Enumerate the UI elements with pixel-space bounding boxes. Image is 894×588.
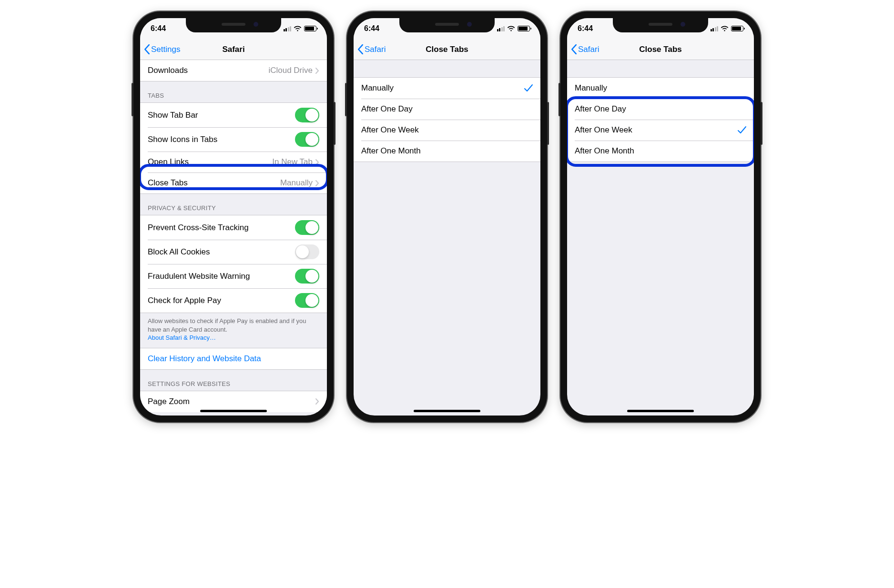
close-tabs-row[interactable]: Close Tabs Manually: [140, 172, 327, 193]
nav-title: Close Tabs: [639, 45, 681, 54]
option-label: After One Day: [361, 104, 533, 114]
option-after-one-day[interactable]: After One Day: [567, 99, 754, 120]
option-label: Manually: [575, 83, 746, 93]
back-button[interactable]: Safari: [571, 44, 599, 54]
back-label: Safari: [365, 45, 386, 54]
chevron-right-icon: [315, 398, 319, 405]
option-label: After One Week: [361, 125, 533, 135]
status-time: 6:44: [364, 24, 379, 33]
apple-pay-label: Check for Apple Pay: [148, 296, 295, 305]
fraud-warning-row[interactable]: Fraudulent Website Warning: [140, 264, 327, 288]
navigation-bar: Safari Close Tabs: [354, 39, 540, 60]
option-label: After One Month: [575, 146, 746, 156]
option-after-one-month[interactable]: After One Month: [567, 141, 754, 162]
nav-title: Safari: [222, 45, 244, 54]
open-links-row[interactable]: Open Links In New Tab: [140, 152, 327, 172]
close-tabs-label: Close Tabs: [148, 178, 280, 188]
downloads-row[interactable]: Downloads iCloud Drive: [140, 60, 327, 81]
show-tab-bar-row[interactable]: Show Tab Bar: [140, 103, 327, 127]
chevron-right-icon: [315, 68, 319, 74]
checkmark-icon: [524, 84, 533, 92]
fraud-warning-label: Fraudulent Website Warning: [148, 272, 295, 281]
privacy-section-header: PRIVACY & SECURITY: [140, 194, 327, 215]
status-time: 6:44: [151, 24, 166, 33]
phone-frame-3: 6:44 Safari Close Tabs Manually After On…: [560, 11, 761, 422]
navigation-bar: Safari Close Tabs: [567, 39, 754, 60]
navigation-bar: Settings Safari: [140, 39, 327, 60]
wifi-icon: [721, 26, 729, 31]
close-tabs-value: Manually: [280, 178, 313, 188]
downloads-value: iCloud Drive: [268, 66, 313, 75]
back-label: Safari: [578, 45, 599, 54]
chevron-right-icon: [315, 180, 319, 186]
close-tabs-content[interactable]: Manually After One Day After One Week Af…: [354, 60, 540, 416]
phone-frame-1: 6:44 Settings Safari Downloads iCloud Dr…: [133, 11, 334, 422]
battery-icon: [518, 26, 530, 31]
about-safari-privacy-link[interactable]: About Safari & Privacy…: [148, 334, 216, 341]
option-manually[interactable]: Manually: [354, 78, 540, 99]
tabs-section-header: TABS: [140, 81, 327, 102]
prevent-tracking-row[interactable]: Prevent Cross-Site Tracking: [140, 215, 327, 240]
chevron-left-icon: [144, 44, 150, 54]
block-cookies-row[interactable]: Block All Cookies: [140, 240, 327, 264]
close-tabs-content[interactable]: Manually After One Day After One Week Af…: [567, 60, 754, 416]
status-time: 6:44: [578, 24, 593, 33]
chevron-right-icon: [315, 159, 319, 165]
fraud-warning-switch[interactable]: [295, 269, 319, 284]
websites-section-header: SETTINGS FOR WEBSITES: [140, 370, 327, 391]
cellular-signal-icon: [284, 26, 292, 31]
cellular-signal-icon: [711, 26, 719, 31]
show-icons-row[interactable]: Show Icons in Tabs: [140, 127, 327, 152]
option-label: After One Month: [361, 146, 533, 156]
phone-frame-2: 6:44 Safari Close Tabs Manually: [347, 11, 547, 422]
apple-pay-switch[interactable]: [295, 293, 319, 308]
privacy-footer-text: Allow websites to check if Apple Pay is …: [148, 317, 306, 333]
page-zoom-row[interactable]: Page Zoom: [140, 391, 327, 412]
clear-history-label: Clear History and Website Data: [148, 354, 319, 364]
battery-icon: [731, 26, 743, 31]
clear-history-row[interactable]: Clear History and Website Data: [140, 348, 327, 369]
prevent-tracking-switch[interactable]: [295, 220, 319, 235]
option-manually[interactable]: Manually: [567, 78, 754, 99]
device-notch: [186, 18, 281, 32]
home-indicator[interactable]: [414, 410, 480, 412]
option-after-one-week[interactable]: After One Week: [354, 120, 540, 141]
home-indicator[interactable]: [200, 410, 267, 412]
option-label: After One Week: [575, 125, 738, 135]
option-label: Manually: [361, 83, 524, 93]
block-cookies-label: Block All Cookies: [148, 247, 295, 257]
option-after-one-week[interactable]: After One Week: [567, 120, 754, 141]
wifi-icon: [294, 26, 302, 31]
option-after-one-month[interactable]: After One Month: [354, 141, 540, 162]
block-cookies-switch[interactable]: [295, 244, 319, 259]
settings-content[interactable]: Downloads iCloud Drive TABS Show Tab Bar…: [140, 60, 327, 416]
open-links-label: Open Links: [148, 157, 272, 167]
show-tab-bar-label: Show Tab Bar: [148, 111, 295, 120]
show-tab-bar-switch[interactable]: [295, 108, 319, 122]
back-button[interactable]: Safari: [357, 44, 386, 54]
show-icons-switch[interactable]: [295, 132, 319, 147]
battery-icon: [304, 26, 316, 31]
show-icons-label: Show Icons in Tabs: [148, 135, 295, 144]
checkmark-icon: [738, 126, 746, 134]
wifi-icon: [507, 26, 515, 31]
chevron-left-icon: [357, 44, 364, 54]
home-indicator[interactable]: [627, 410, 694, 412]
option-label: After One Day: [575, 104, 746, 114]
device-notch: [399, 18, 495, 32]
chevron-left-icon: [571, 44, 577, 54]
option-after-one-day[interactable]: After One Day: [354, 99, 540, 120]
cellular-signal-icon: [497, 26, 505, 31]
prevent-tracking-label: Prevent Cross-Site Tracking: [148, 223, 295, 233]
back-label: Settings: [151, 45, 180, 54]
privacy-footer: Allow websites to check if Apple Pay is …: [140, 313, 327, 348]
back-button[interactable]: Settings: [144, 44, 180, 54]
open-links-value: In New Tab: [272, 157, 313, 167]
nav-title: Close Tabs: [426, 45, 468, 54]
downloads-label: Downloads: [148, 66, 268, 75]
device-notch: [613, 18, 708, 32]
apple-pay-row[interactable]: Check for Apple Pay: [140, 288, 327, 313]
page-zoom-label: Page Zoom: [148, 397, 315, 406]
